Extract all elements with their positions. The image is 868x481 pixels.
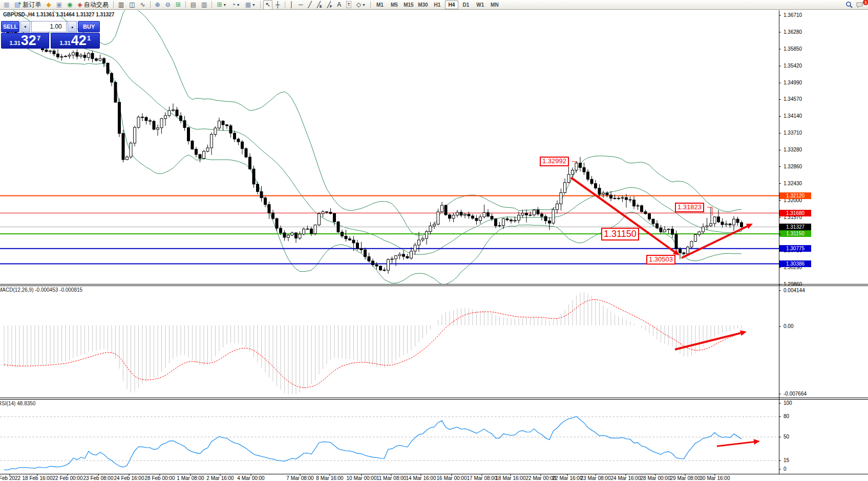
price-label-annotation[interactable]: 1.31823	[675, 203, 704, 212]
trend-arrow[interactable]	[717, 439, 760, 446]
chart-title: GBPUSD-,H4 1.31361 1.31464 1.31327 1.313…	[3, 12, 114, 17]
rsi-line	[4, 417, 742, 470]
annotation-connector	[707, 207, 712, 215]
buy-price-display[interactable]: 1.31421	[51, 33, 100, 49]
bollinger-band-line	[4, 35, 742, 285]
sell-price-point: 7	[37, 34, 40, 42]
sell-price-display[interactable]: 1.31327	[1, 33, 49, 49]
rsi-panel[interactable]	[0, 417, 779, 470]
one-click-trading-panel: SELL ▼ 1.00 ▲ BUY 1.31327 1.31421	[1, 21, 100, 49]
sell-price-big-figure: 1.31	[9, 40, 20, 46]
sell-button[interactable]: SELL	[1, 21, 19, 32]
macd-panel[interactable]	[4, 292, 742, 394]
volume-increase-button[interactable]: ▲	[68, 21, 77, 32]
sell-price-pips: 32	[21, 34, 36, 48]
buy-price-pips: 42	[71, 34, 87, 48]
volume-decrease-button[interactable]: ▼	[20, 21, 30, 32]
price-label-annotation[interactable]: 1.31150	[601, 228, 639, 240]
volume-input[interactable]: 1.00	[31, 21, 67, 32]
mt4-window: ▦▤+新订单◆▣◉◈自动交易▥◫∿⊕⊖⊞▤▥⊞▼◔▼▦▼↖┼│─╱╱E╱FAT◇…	[0, 0, 868, 481]
bollinger-band-line	[4, 4, 742, 254]
trend-arrow[interactable]	[571, 178, 680, 255]
buy-button[interactable]: BUY	[78, 21, 100, 32]
trend-arrow[interactable]	[682, 224, 753, 258]
price-label-annotation[interactable]: 1.30503	[646, 255, 675, 265]
annotation-connector	[572, 161, 578, 162]
buy-price-point: 1	[87, 34, 91, 42]
price-label-annotation[interactable]: 1.32992	[540, 157, 569, 166]
buy-price-big-figure: 1.31	[59, 40, 70, 46]
